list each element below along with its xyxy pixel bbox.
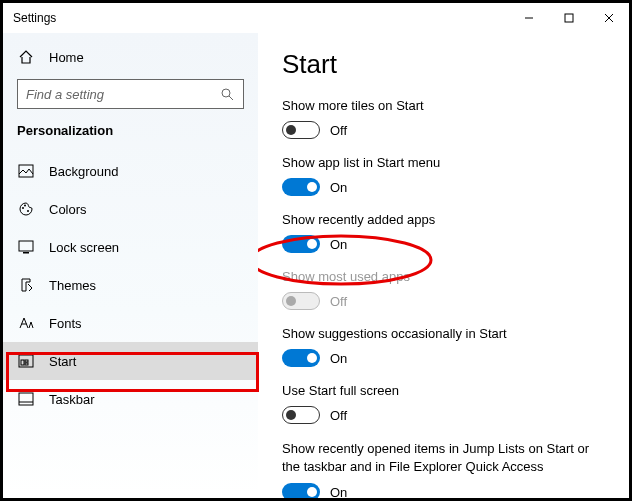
- svg-point-7: [22, 207, 24, 209]
- background-icon: [17, 164, 35, 178]
- svg-line-5: [229, 96, 233, 100]
- setting-label: Show recently added apps: [282, 212, 609, 227]
- toggle-full-screen[interactable]: [282, 406, 320, 424]
- toggle-recently-added[interactable]: [282, 235, 320, 253]
- toggle-state: Off: [330, 123, 347, 138]
- sidebar-item-fonts[interactable]: Fonts: [3, 304, 258, 342]
- window-title: Settings: [13, 11, 56, 25]
- toggle-state: On: [330, 237, 347, 252]
- setting-suggestions: Show suggestions occasionally in Start O…: [282, 326, 609, 367]
- nav-list: Background Colors Lock screen: [3, 152, 258, 418]
- setting-label: Show most used apps: [282, 269, 609, 284]
- svg-rect-10: [19, 241, 33, 251]
- svg-rect-11: [23, 252, 29, 254]
- toggle-suggestions[interactable]: [282, 349, 320, 367]
- settings-window: Settings Home: [0, 0, 632, 501]
- sidebar-item-label: Background: [49, 164, 118, 179]
- setting-label: Show recently opened items in Jump Lists…: [282, 440, 609, 475]
- sidebar-item-lock-screen[interactable]: Lock screen: [3, 228, 258, 266]
- themes-icon: [17, 277, 35, 293]
- setting-more-tiles: Show more tiles on Start Off: [282, 98, 609, 139]
- sidebar-item-label: Fonts: [49, 316, 82, 331]
- svg-rect-15: [25, 363, 28, 365]
- search-field[interactable]: [26, 87, 218, 102]
- maximize-button[interactable]: [549, 3, 589, 33]
- toggle-state: On: [330, 485, 347, 498]
- home-icon: [17, 49, 35, 65]
- sidebar-item-label: Start: [49, 354, 76, 369]
- sidebar-item-colors[interactable]: Colors: [3, 190, 258, 228]
- toggle-app-list[interactable]: [282, 178, 320, 196]
- minimize-button[interactable]: [509, 3, 549, 33]
- svg-rect-16: [19, 393, 33, 405]
- svg-rect-14: [25, 360, 28, 362]
- sidebar-item-label: Taskbar: [49, 392, 95, 407]
- titlebar: Settings: [3, 3, 629, 33]
- sidebar-item-label: Colors: [49, 202, 87, 217]
- setting-recently-added: Show recently added apps On: [282, 212, 609, 253]
- toggle-state: Off: [330, 294, 347, 309]
- fonts-icon: [17, 316, 35, 330]
- sidebar-item-label: Themes: [49, 278, 96, 293]
- maximize-icon: [564, 13, 574, 23]
- svg-rect-13: [21, 360, 24, 365]
- toggle-more-tiles[interactable]: [282, 121, 320, 139]
- setting-full-screen: Use Start full screen Off: [282, 383, 609, 424]
- setting-most-used: Show most used apps Off: [282, 269, 609, 310]
- sidebar-item-background[interactable]: Background: [3, 152, 258, 190]
- setting-label: Show suggestions occasionally in Start: [282, 326, 609, 341]
- home-label: Home: [49, 50, 84, 65]
- start-icon: [17, 354, 35, 368]
- toggle-jump-lists[interactable]: [282, 483, 320, 498]
- lock-screen-icon: [17, 240, 35, 254]
- sidebar-item-start[interactable]: Start: [3, 342, 258, 380]
- close-icon: [604, 13, 614, 23]
- home-button[interactable]: Home: [3, 41, 258, 79]
- close-button[interactable]: [589, 3, 629, 33]
- minimize-icon: [524, 13, 534, 23]
- search-icon: [218, 87, 235, 101]
- svg-point-8: [24, 205, 26, 207]
- page-title: Start: [282, 49, 609, 80]
- search-input[interactable]: [17, 79, 244, 109]
- sidebar-item-label: Lock screen: [49, 240, 119, 255]
- setting-app-list: Show app list in Start menu On: [282, 155, 609, 196]
- toggle-state: On: [330, 351, 347, 366]
- svg-point-4: [222, 89, 230, 97]
- toggle-most-used: [282, 292, 320, 310]
- sidebar-item-themes[interactable]: Themes: [3, 266, 258, 304]
- setting-label: Show app list in Start menu: [282, 155, 609, 170]
- svg-point-9: [27, 210, 29, 212]
- svg-rect-1: [565, 14, 573, 22]
- palette-icon: [17, 201, 35, 217]
- content-pane: Start Show more tiles on Start Off Show …: [258, 33, 629, 498]
- taskbar-icon: [17, 392, 35, 406]
- setting-label: Show more tiles on Start: [282, 98, 609, 113]
- toggle-state: Off: [330, 408, 347, 423]
- sidebar: Home Personalization Background: [3, 33, 258, 498]
- section-title: Personalization: [3, 123, 258, 152]
- window-controls: [509, 3, 629, 33]
- sidebar-item-taskbar[interactable]: Taskbar: [3, 380, 258, 418]
- toggle-state: On: [330, 180, 347, 195]
- setting-label: Use Start full screen: [282, 383, 609, 398]
- setting-jump-lists: Show recently opened items in Jump Lists…: [282, 440, 609, 498]
